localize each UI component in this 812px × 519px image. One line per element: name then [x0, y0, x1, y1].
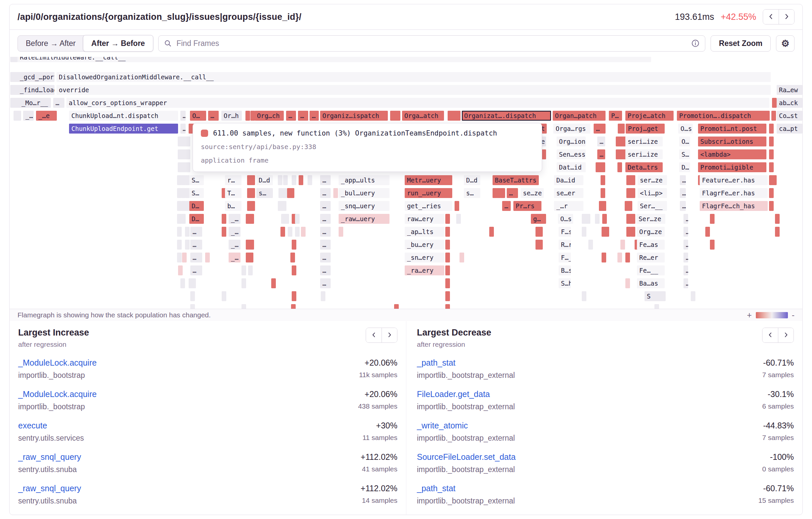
- flame-frame[interactable]: [247, 175, 255, 185]
- flame-frame[interactable]: [222, 227, 226, 237]
- flame-frame[interactable]: [295, 227, 300, 237]
- flame-frame[interactable]: [185, 201, 190, 211]
- flame-frame[interactable]: …: [180, 124, 186, 134]
- flame-frame[interactable]: _app…ults: [339, 175, 389, 185]
- flame-frame[interactable]: _…: [229, 227, 240, 237]
- flame-frame[interactable]: …: [680, 201, 686, 211]
- flame-frame[interactable]: [178, 266, 183, 275]
- flame-frame[interactable]: [601, 188, 605, 198]
- flame-frame[interactable]: [620, 240, 625, 250]
- flame-frame[interactable]: [190, 304, 195, 309]
- flame-frame[interactable]: [626, 175, 635, 185]
- flame-frame[interactable]: <lambda>: [698, 149, 766, 159]
- flame-frame[interactable]: [602, 252, 606, 263]
- flame-frame[interactable]: Org…ion: [557, 137, 586, 146]
- flame-frame[interactable]: _ap…lts: [405, 227, 444, 237]
- flame-frame[interactable]: [396, 111, 400, 121]
- flame-frame[interactable]: D…: [679, 162, 690, 172]
- flame-frame[interactable]: [455, 201, 459, 211]
- flame-frame[interactable]: P…: [609, 111, 622, 121]
- flame-frame[interactable]: [250, 240, 254, 250]
- flame-frame[interactable]: [618, 124, 625, 134]
- flame-frame[interactable]: …: [597, 149, 605, 159]
- flame-frame[interactable]: [185, 188, 190, 198]
- flame-frame[interactable]: seri…ize: [625, 137, 663, 146]
- flame-frame[interactable]: [281, 227, 285, 237]
- flame-frame[interactable]: [180, 278, 185, 288]
- flame-frame[interactable]: O…: [679, 137, 690, 146]
- flame-frame[interactable]: [292, 291, 296, 301]
- flame-frame[interactable]: …: [320, 240, 331, 250]
- flame-frame[interactable]: _ra…ery: [405, 266, 444, 275]
- flame-frame[interactable]: [182, 252, 187, 263]
- flame-frame[interactable]: [250, 214, 254, 224]
- flame-frame[interactable]: [299, 175, 303, 185]
- flame-frame[interactable]: [290, 188, 294, 198]
- flame-frame[interactable]: se…ze: [521, 188, 544, 198]
- flame-frame[interactable]: [292, 240, 296, 250]
- flame-frame[interactable]: [445, 252, 450, 263]
- flame-frame[interactable]: [595, 214, 600, 224]
- flame-frame[interactable]: [445, 278, 450, 288]
- flame-frame[interactable]: [617, 162, 622, 172]
- decrease-prev-button[interactable]: [762, 328, 778, 343]
- flame-frame[interactable]: Organizat….dispatch: [462, 111, 551, 121]
- flame-frame[interactable]: [626, 227, 631, 237]
- flame-frame[interactable]: [339, 227, 343, 237]
- flame-frame[interactable]: [292, 175, 296, 185]
- flame-frame[interactable]: …: [190, 266, 202, 275]
- flame-frame[interactable]: [445, 291, 450, 301]
- flame-frame[interactable]: RateLimitMiddleware.__call__: [18, 57, 651, 62]
- flame-frame[interactable]: [500, 188, 505, 198]
- flame-frame[interactable]: [321, 291, 325, 301]
- flame-frame[interactable]: [617, 252, 622, 263]
- flame-frame[interactable]: _find…load: [18, 85, 55, 95]
- flame-frame[interactable]: [628, 201, 632, 211]
- flame-frame[interactable]: …: [190, 252, 202, 263]
- flame-frame[interactable]: b…: [225, 201, 241, 211]
- flame-frame[interactable]: S: [644, 291, 666, 301]
- flame-frame[interactable]: BaseT…attrs: [493, 175, 539, 185]
- flame-frame[interactable]: Proj…get: [626, 124, 665, 134]
- flame-frame[interactable]: [621, 149, 626, 159]
- flame-frame[interactable]: [295, 214, 300, 224]
- flame-frame[interactable]: Orga…rgs: [553, 124, 590, 134]
- find-frames-field[interactable]: [158, 35, 705, 52]
- flame-frame[interactable]: _sn…ery: [405, 252, 444, 263]
- flame-frame[interactable]: _raw…uery: [339, 214, 389, 224]
- flame-frame[interactable]: Ba…as: [637, 278, 665, 288]
- flame-frame[interactable]: [596, 162, 605, 172]
- flame-frame[interactable]: Promoti…igible: [698, 162, 766, 172]
- flame-frame[interactable]: [769, 162, 774, 172]
- settings-button[interactable]: ⚙: [776, 35, 794, 52]
- flame-frame[interactable]: [582, 227, 586, 237]
- flame-frame[interactable]: _…e: [36, 111, 57, 121]
- flame-frame[interactable]: [188, 278, 196, 288]
- flame-frame[interactable]: [249, 252, 253, 263]
- flame-frame[interactable]: [222, 214, 226, 224]
- flame-frame[interactable]: …: [593, 124, 606, 134]
- flame-frame[interactable]: [13, 57, 18, 62]
- flame-frame[interactable]: allow_cors_options_wrapper: [66, 98, 770, 108]
- flame-frame[interactable]: …: [680, 175, 686, 185]
- flame-frame[interactable]: …: [190, 240, 202, 250]
- flame-frame[interactable]: [278, 175, 283, 185]
- flame-frame[interactable]: FlagrFe…ch_has: [700, 201, 768, 211]
- flame-frame[interactable]: R…r: [559, 240, 571, 250]
- flame-frame[interactable]: [456, 214, 461, 224]
- flame-frame[interactable]: Orga…atch: [402, 111, 444, 121]
- function-name-link[interactable]: _write_atomic: [417, 421, 515, 430]
- flame-frame[interactable]: S…: [189, 175, 204, 185]
- flame-frame[interactable]: Sen…ess: [557, 149, 586, 159]
- flame-frame[interactable]: S…: [189, 188, 204, 198]
- flame-frame[interactable]: _gcd_…port: [18, 72, 55, 82]
- flame-frame[interactable]: [445, 240, 450, 250]
- flame-frame[interactable]: [190, 291, 195, 301]
- flame-frame[interactable]: ca…pt: [777, 124, 803, 134]
- flame-frame[interactable]: _…r: [554, 201, 583, 211]
- flame-frame[interactable]: [181, 214, 186, 224]
- flame-frame[interactable]: Co…st: [777, 111, 803, 121]
- flame-frame[interactable]: [177, 252, 182, 263]
- flame-frame[interactable]: <li…p>: [638, 188, 667, 198]
- flame-frame[interactable]: s…: [256, 188, 273, 198]
